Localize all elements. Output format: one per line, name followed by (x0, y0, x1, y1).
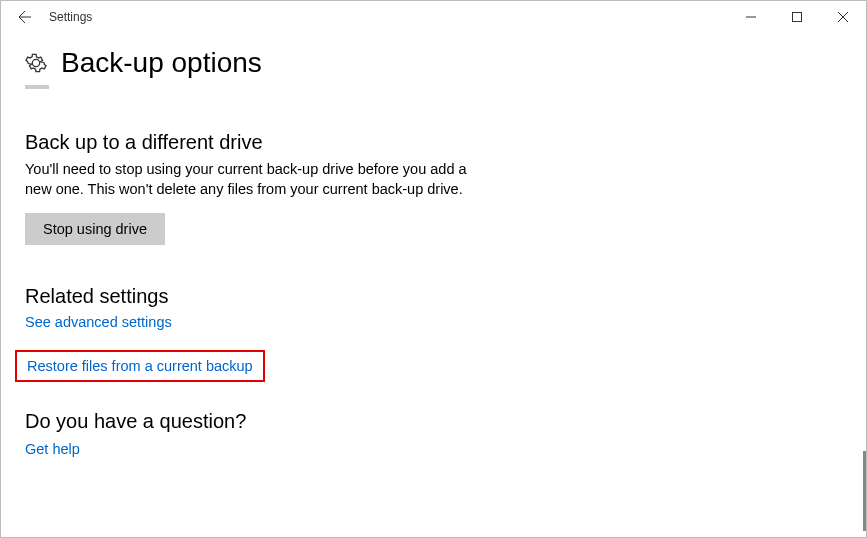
gear-icon (25, 52, 47, 74)
close-icon (838, 12, 848, 22)
backup-different-drive-heading: Back up to a different drive (25, 131, 842, 154)
get-help-link[interactable]: Get help (25, 441, 80, 457)
header-underline (25, 85, 49, 89)
arrow-left-icon (17, 9, 33, 25)
related-settings-heading: Related settings (25, 285, 842, 308)
close-button[interactable] (820, 1, 866, 33)
page-title: Back-up options (61, 47, 262, 79)
back-button[interactable] (9, 1, 41, 33)
restore-files-highlight: Restore files from a current backup (15, 350, 265, 382)
page-header: Back-up options (25, 47, 842, 79)
title-bar: Settings (1, 1, 866, 33)
see-advanced-settings-link[interactable]: See advanced settings (25, 314, 172, 330)
question-heading: Do you have a question? (25, 410, 842, 433)
app-title: Settings (49, 10, 92, 24)
maximize-icon (792, 12, 802, 22)
backup-different-drive-desc: You'll need to stop using your current b… (25, 160, 475, 199)
window-controls (728, 1, 866, 33)
minimize-icon (746, 12, 756, 22)
scrollbar-thumb[interactable] (863, 451, 866, 531)
svg-rect-0 (793, 13, 802, 22)
stop-using-drive-button[interactable]: Stop using drive (25, 213, 165, 245)
maximize-button[interactable] (774, 1, 820, 33)
restore-files-link[interactable]: Restore files from a current backup (27, 358, 253, 374)
minimize-button[interactable] (728, 1, 774, 33)
content-area: Back-up options Back up to a different d… (1, 33, 866, 457)
